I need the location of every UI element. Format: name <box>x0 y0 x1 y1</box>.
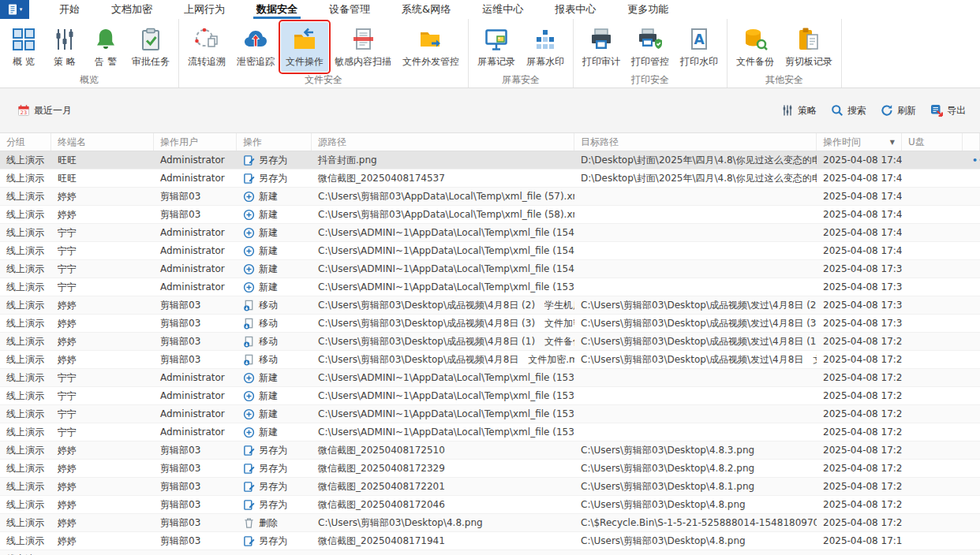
saveas-icon <box>243 481 255 493</box>
tab-运维中心[interactable]: 运维中心 <box>466 0 539 19</box>
table-row[interactable]: 线上演示婷婷剪辑部03另存为微信截图_20250408172510C:\User… <box>0 441 980 460</box>
cell-operation: 另存为 <box>237 498 312 512</box>
sort-filter-icon[interactable]: ▼ <box>890 139 895 146</box>
screen-watermark-icon <box>532 26 559 53</box>
tab-开始[interactable]: 开始 <box>43 0 95 19</box>
ribbon-group: 屏幕记录屏幕水印屏幕安全 <box>469 19 574 88</box>
refresh-button[interactable]: 刷新 <box>881 104 916 117</box>
column-header-label: 操作时间 <box>823 136 861 149</box>
table-row[interactable]: 线上演示婷婷剪辑部03移动C:\Users\剪辑部03\Desktop\成品视频… <box>0 296 980 315</box>
ribbon-button-流转追溯[interactable]: 流转追溯 <box>183 22 230 72</box>
app-menu-button[interactable]: ▾ <box>0 0 29 19</box>
ribbon-button-label: 告 警 <box>95 55 117 69</box>
cell-user: 剪辑部03 <box>154 190 237 203</box>
export-button[interactable]: 导出 <box>930 104 966 117</box>
new-icon <box>243 408 255 420</box>
tab-报表中心[interactable]: 报表中心 <box>539 0 612 19</box>
row-actions-menu[interactable]: ••• <box>969 155 980 166</box>
ribbon-button-文件外发管控[interactable]: 文件外发管控 <box>398 22 464 72</box>
table-row[interactable]: 线上演示宁宁Administrator新建C:\Users\ADMINI~1\A… <box>0 278 980 296</box>
ribbon-button-策略[interactable]: 策 略 <box>45 22 84 72</box>
operation-label: 移动 <box>259 317 278 330</box>
cell-source-path: 微信截图_20250408171941 <box>312 535 574 548</box>
ribbon-button-文件备份[interactable]: 文件备份 <box>731 22 779 72</box>
cell-terminal: 婷婷 <box>51 190 154 203</box>
cell-source-path: C:\Users\剪辑部03\AppData\Local\Temp\xml_fi… <box>312 190 574 203</box>
table-row[interactable]: 线上演示婷婷剪辑部03另存为微信截图_20250408171941C:\User… <box>0 532 980 550</box>
date-range-filter[interactable]: 23 最近一月 <box>17 104 72 117</box>
tab-系统&网络[interactable]: 系统&网络 <box>386 0 466 19</box>
table-row[interactable]: 线上演示婷婷剪辑部03删除C:\Users\剪辑部03\Desktop\4.8.… <box>0 514 980 532</box>
cell-time: 2025-04-08 17:40:03 <box>817 227 902 238</box>
table-row[interactable]: 线上演示宁宁Administrator新建C:\Users\ADMINI~1\A… <box>0 387 980 405</box>
tab-更多功能[interactable]: 更多功能 <box>612 0 684 19</box>
column-header-time[interactable]: 操作时间▼ <box>817 133 902 151</box>
operation-label: 新建 <box>259 208 278 222</box>
cell-operation: 移动 <box>237 317 312 330</box>
saveas-icon <box>243 155 255 166</box>
table-row[interactable]: 线上演示婷婷剪辑部03移动C:\Users\剪辑部03\Desktop\成品视频… <box>0 351 980 369</box>
table-row[interactable]: 线上演示宁宁Administrator新建C:\Users\ADMINI~1\A… <box>0 423 980 441</box>
table-row[interactable]: 线上演示婷婷剪辑部03另存为微信截图_20250408172201C:\User… <box>0 478 980 496</box>
tab-文档加密[interactable]: 文档加密 <box>95 0 168 19</box>
file-operations-table: 分组终端名操作用户操作源路径目标路径操作时间▼U盘 线上演示旺旺Administ… <box>0 132 980 555</box>
ribbon-button-告警[interactable]: 告 警 <box>86 22 125 72</box>
table-row[interactable]: 线上演示宁宁Administrator新建C:\Users\ADMINI~1\A… <box>0 242 980 260</box>
table-row[interactable]: 线上演示婷婷剪辑部03新建C:\Users\剪辑部03\AppData\Loca… <box>0 206 980 224</box>
saveas-icon <box>243 463 255 475</box>
tab-设备管理[interactable]: 设备管理 <box>313 0 386 19</box>
cell-group: 线上演示 <box>0 516 51 530</box>
table-row[interactable]: 线上演示宁宁Administrator新建C:\Users\ADMINI~1\A… <box>0 369 980 387</box>
ribbon-button-文件操作[interactable]: 文件操作 <box>281 22 328 72</box>
tab-数据安全[interactable]: 数据安全 <box>241 0 313 19</box>
column-header-group[interactable]: 分组 <box>0 133 51 151</box>
tab-上网行为[interactable]: 上网行为 <box>168 0 241 19</box>
policy-button[interactable]: 策略 <box>781 104 817 117</box>
new-icon <box>243 426 255 438</box>
table-row[interactable]: 线上演示婷婷剪辑部03另存为微信截图_20250408172046C:\User… <box>0 496 980 514</box>
ribbon-button-泄密追踪[interactable]: 泄密追踪 <box>232 22 279 72</box>
table-row[interactable]: 线上演示婷婷剪辑部03移动C:\Users\剪辑部03\Desktop\成品视频… <box>0 315 980 333</box>
policy-sliders-icon <box>781 104 794 117</box>
table-row[interactable]: 线上演示宁宁Administrator新建C:\Users\ADMINI~1\A… <box>0 405 980 423</box>
search-button[interactable]: 搜索 <box>831 104 866 117</box>
column-header-op[interactable]: 操作 <box>237 133 312 151</box>
ribbon-button-概览[interactable]: 概 览 <box>4 22 43 72</box>
cell-operation: 移动 <box>237 299 312 312</box>
filter-toolbar: 23 最近一月 策略 搜索 刷新 导出 <box>0 88 980 132</box>
ribbon-button-审批任务[interactable]: 审批任务 <box>127 22 174 72</box>
column-header-terminal[interactable]: 终端名 <box>51 133 154 151</box>
cell-terminal: 婷婷 <box>51 444 154 457</box>
ribbon-button-屏幕水印[interactable]: 屏幕水印 <box>522 22 569 72</box>
table-row[interactable]: 线上演示宁宁Administrator新建C:\Users\ADMINI~1\A… <box>0 224 980 242</box>
column-header-dst[interactable]: 目标路径 <box>574 133 817 151</box>
ribbon-button-打印水印[interactable]: A打印水印 <box>675 22 723 72</box>
table-row[interactable]: 线上演示婷婷剪辑部03移动C:\Users\剪辑部03\Desktop\成品视频… <box>0 333 980 351</box>
ribbon-button-剪切板记录[interactable]: 剪切板记录 <box>780 22 837 72</box>
ribbon-button-敏感内容扫描[interactable]: 敏感内容扫描 <box>330 22 396 72</box>
cell-time: 2025-04-08 17:28:59 <box>817 390 902 401</box>
column-header-user[interactable]: 操作用户 <box>154 133 237 151</box>
cell-user: 剪辑部03 <box>154 462 237 475</box>
cell-source-path: C:\Users\ADMINI~1\AppData\Local\Temp\xml… <box>312 245 574 256</box>
cell-source-path: C:\Users\ADMINI~1\AppData\Local\Temp\xml… <box>312 281 574 292</box>
ribbon-button-屏幕记录[interactable]: 屏幕记录 <box>473 22 520 72</box>
approval-clipboard-icon <box>137 26 164 53</box>
policy-label: 策略 <box>798 104 817 117</box>
cell-user: 剪辑部03 <box>154 480 237 494</box>
column-header-src[interactable]: 源路径 <box>312 133 574 151</box>
cell-terminal: 婷婷 <box>51 353 154 367</box>
table-row[interactable]: 线上演示旺旺Administrator另存为抖音封面.pngD:\Desktop… <box>0 151 980 169</box>
table-row[interactable]: 线上演示婷婷剪辑部03新建C:\Users\剪辑部03\AppData\Loca… <box>0 188 980 206</box>
ribbon-button-打印审计[interactable]: 打印审计 <box>578 22 625 72</box>
cell-source-path: C:\Users\剪辑部03\Desktop\成品视频\4月8日 (1) 文件备… <box>312 335 574 348</box>
table-row[interactable]: 线上演示旺旺Administrator另存为微信截图_2025040817453… <box>0 169 980 188</box>
ribbon-button-打印管控[interactable]: 打印管控 <box>627 22 674 72</box>
table-row[interactable]: 线上演示宁宁Administrator新建C:\Users\ADMINI~1\A… <box>0 260 980 278</box>
table-row[interactable]: 线上演示 <box>0 550 980 555</box>
table-row[interactable]: 线上演示婷婷剪辑部03另存为微信截图_20250408172329C:\User… <box>0 460 980 478</box>
column-header-usb[interactable]: U盘 <box>902 133 963 151</box>
cell-terminal: 婷婷 <box>51 335 154 348</box>
cell-user: Administrator <box>154 227 237 238</box>
cell-user: 剪辑部03 <box>154 208 237 222</box>
